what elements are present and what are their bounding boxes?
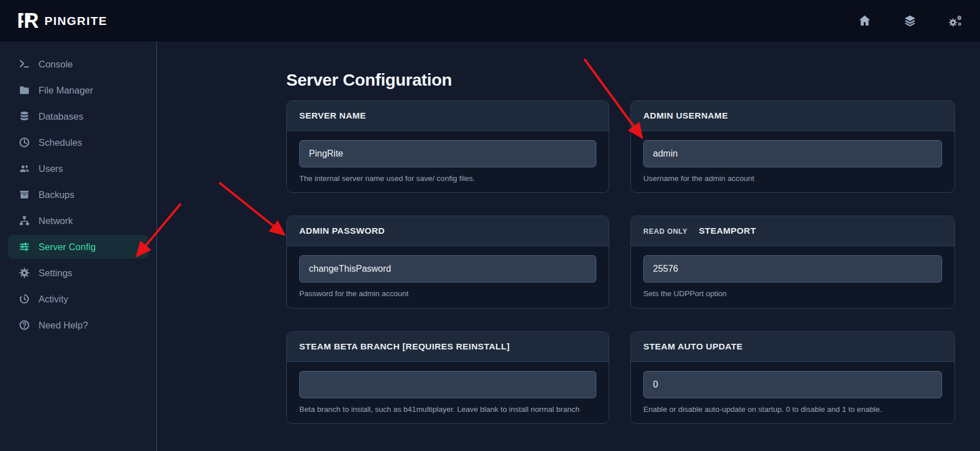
sidebar-item-activity[interactable]: Activity <box>8 287 149 311</box>
sidebar-item-file-manager[interactable]: File Manager <box>8 78 149 102</box>
brand-logo[interactable]: PR PINGRITE <box>17 10 108 31</box>
home-button[interactable] <box>856 13 872 29</box>
config-card: ADMIN USERNAME Username for the admin ac… <box>630 100 955 193</box>
sidebar-item-label: Need Help? <box>39 320 88 331</box>
config-card-header: STEAM AUTO UPDATE <box>631 332 954 362</box>
main-content: Server Configuration SERVER NAME The int… <box>157 41 980 451</box>
config-input[interactable] <box>299 140 596 167</box>
page-title: Server Configuration <box>286 70 955 90</box>
sidebar-item-label: Server Config <box>39 242 96 252</box>
sidebar-item-server-config[interactable]: Server Config <box>8 235 149 259</box>
sidebar-item-schedules[interactable]: Schedules <box>8 130 149 154</box>
readonly-badge: READ ONLY <box>643 227 688 235</box>
app-shell: Console File Manager Databases <box>0 41 980 451</box>
sidebar-item-backups[interactable]: Backups <box>8 183 149 206</box>
config-card-body: Password for the admin account <box>287 246 609 307</box>
config-card-body: Beta branch to install, such as b41multi… <box>287 362 609 423</box>
sidebar-item-label: Databases <box>39 111 83 122</box>
sidebar: Console File Manager Databases <box>0 41 157 451</box>
helper-text: Sets the UDPPort option <box>643 288 942 300</box>
config-card: ADMIN PASSWORD Password for the admin ac… <box>286 216 609 308</box>
config-card: STEAM BETA BRANCH [REQUIRES REINSTALL] B… <box>286 331 609 424</box>
sidebar-item-label: Settings <box>39 268 73 279</box>
config-card-body: The internal server name used for save/ … <box>287 131 609 192</box>
config-card-header: READ ONLY STEAMPORT <box>631 216 954 246</box>
config-card-header: STEAM BETA BRANCH [REQUIRES REINSTALL] <box>287 332 609 362</box>
sidebar-item-need-help[interactable]: Need Help? <box>8 313 149 337</box>
sidebar-item-label: Users <box>39 163 63 174</box>
config-input[interactable] <box>643 255 942 283</box>
helper-text: Password for the admin account <box>299 288 596 300</box>
sidebar-item-label: File Manager <box>39 85 93 96</box>
sidebar-item-databases[interactable]: Databases <box>8 104 149 128</box>
config-card-body: Enable or disable auto-update on startup… <box>631 362 954 423</box>
gears-button[interactable] <box>947 13 963 29</box>
config-card-title: STEAM AUTO UPDATE <box>643 342 743 352</box>
config-card-title: ADMIN PASSWORD <box>299 226 385 236</box>
server-panel: PR PINGRITE <box>0 0 980 451</box>
sidebar-item-label: Network <box>39 216 73 226</box>
brand-monogram: PR <box>17 10 39 31</box>
brand-name: PINGRITE <box>44 14 107 28</box>
sidebar-item-settings[interactable]: Settings <box>8 261 149 285</box>
config-card-body: Username for the admin account <box>631 131 954 192</box>
sidebar-item-label: Console <box>39 59 73 70</box>
config-input[interactable] <box>299 255 596 283</box>
config-card: READ ONLY STEAMPORT Sets the UDPPort opt… <box>630 216 955 308</box>
config-card-body: Sets the UDPPort option <box>631 246 954 307</box>
config-card-title: ADMIN USERNAME <box>643 111 728 121</box>
sidebar-item-label: Activity <box>39 294 68 305</box>
config-input[interactable] <box>643 140 942 167</box>
config-card-title: STEAM BETA BRANCH [REQUIRES REINSTALL] <box>299 342 510 352</box>
config-card: STEAM AUTO UPDATE Enable or disable auto… <box>630 331 955 424</box>
helper-text: The internal server name used for save/ … <box>299 173 596 184</box>
config-input[interactable] <box>643 371 942 398</box>
config-card-header: SERVER NAME <box>287 101 609 131</box>
helper-text: Enable or disable auto-update on startup… <box>643 404 942 415</box>
helper-text: Username for the admin account <box>643 173 942 184</box>
config-card-header: ADMIN PASSWORD <box>287 216 609 246</box>
sidebar-nav: Console File Manager Databases <box>0 52 156 337</box>
topbar-actions <box>856 13 963 29</box>
layers-button[interactable] <box>902 13 918 29</box>
sidebar-item-console[interactable]: Console <box>8 52 149 76</box>
config-grid: SERVER NAME The internal server name use… <box>286 100 955 424</box>
config-input[interactable] <box>299 371 596 398</box>
sidebar-item-label: Schedules <box>39 137 82 148</box>
helper-text: Beta branch to install, such as b41multi… <box>299 404 596 415</box>
config-card-title: STEAMPORT <box>699 226 756 236</box>
topbar: PR PINGRITE <box>0 0 980 41</box>
sidebar-item-label: Backups <box>39 189 74 200</box>
config-card-header: ADMIN USERNAME <box>631 101 954 131</box>
config-card: SERVER NAME The internal server name use… <box>286 100 609 193</box>
sidebar-item-users[interactable]: Users <box>8 157 149 180</box>
config-card-title: SERVER NAME <box>299 111 366 121</box>
sidebar-item-network[interactable]: Network <box>8 209 149 233</box>
